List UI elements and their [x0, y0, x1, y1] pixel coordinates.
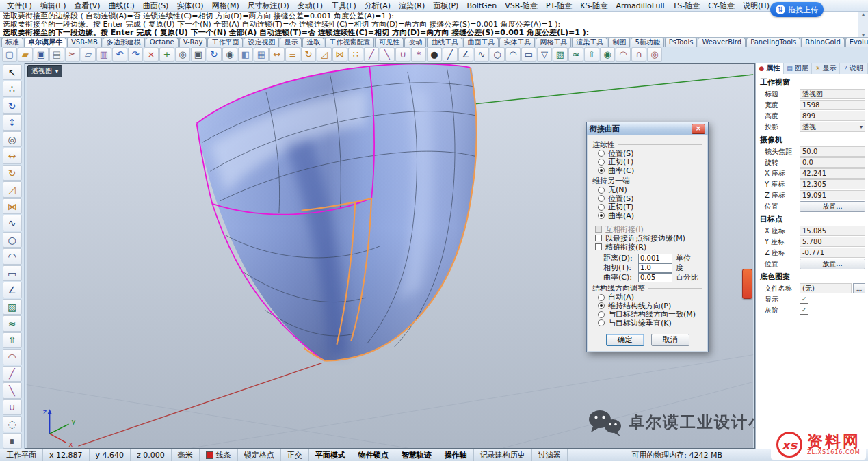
other-end-radio-option[interactable]: 曲率(A): [592, 211, 702, 220]
toolbar-tab[interactable]: 渲染工具: [572, 38, 607, 47]
polyline-button[interactable]: ∠: [3, 282, 22, 298]
surface-button[interactable]: ▨: [553, 47, 568, 62]
menu-item[interactable]: 变动(T): [293, 1, 327, 11]
tolerance-input[interactable]: 1.0: [638, 263, 672, 273]
analyze-button[interactable]: ◎: [647, 47, 662, 62]
menu-item[interactable]: 曲线(C): [105, 1, 139, 11]
camera-x-field[interactable]: 42.241: [800, 168, 865, 179]
hide-button[interactable]: ◌: [3, 416, 22, 432]
shaded-view-button[interactable]: ◧: [238, 47, 253, 62]
circle-button[interactable]: ○: [490, 47, 505, 62]
copy-button[interactable]: ▱: [81, 47, 96, 62]
toolbar-tab[interactable]: 工作视窗配置: [325, 38, 374, 47]
target-z-field[interactable]: -0.771: [800, 248, 865, 258]
menu-item[interactable]: TS-随意: [669, 1, 705, 11]
wallpaper-filename-field[interactable]: (无): [800, 283, 852, 293]
camera-y-field[interactable]: 12.305: [800, 179, 865, 189]
toolbar-tab[interactable]: Octane: [146, 38, 179, 47]
point-button[interactable]: ●: [427, 47, 442, 62]
paste-button[interactable]: ▥: [96, 47, 111, 62]
trim-button[interactable]: ╱: [364, 47, 379, 62]
pan-view-button[interactable]: +: [159, 47, 174, 62]
toolbar-tab[interactable]: PsTools: [665, 38, 698, 47]
checkbox-option[interactable]: 精确衔接(R): [592, 243, 702, 252]
rotate-button[interactable]: ↻: [3, 165, 22, 181]
toolbar-tab[interactable]: 实体工具: [499, 38, 535, 47]
layer-pane[interactable]: 线条: [200, 449, 238, 461]
toolbar-tab[interactable]: 卓尔谟犀牛: [24, 38, 66, 47]
toolbar-tab[interactable]: VSR-MB: [67, 38, 102, 47]
tolerance-input[interactable]: 0.05: [638, 273, 672, 282]
toggle-smarttrack[interactable]: 智慧轨迹: [395, 449, 438, 461]
curve-button[interactable]: ∿: [3, 215, 22, 230]
scale-button[interactable]: ◿: [3, 181, 22, 197]
zoom-extents-button[interactable]: ▣: [191, 47, 206, 62]
command-area[interactable]: 选取要衔接至的边缘段 ( 自动连锁(A)=否 连锁连续性(C)=相切 方向(D)…: [0, 12, 868, 38]
fillet-button[interactable]: ◠: [616, 47, 631, 62]
split-button[interactable]: ╲: [3, 382, 22, 398]
toolbar-tab[interactable]: 设定视图: [244, 38, 279, 47]
menu-item[interactable]: KS-随意: [576, 1, 611, 11]
toolbar-tab[interactable]: PanelingTools: [746, 38, 800, 47]
target-y-field[interactable]: 5.780: [800, 237, 865, 247]
extrude-button[interactable]: ⇧: [584, 47, 599, 62]
toolbar-tab[interactable]: 曲线工具: [427, 38, 462, 47]
pan-button[interactable]: ↕: [3, 114, 22, 130]
tab-layers[interactable]: ▤ 图层: [784, 63, 812, 74]
toolbar-tab[interactable]: 曲面工具: [463, 38, 499, 47]
cancel-button[interactable]: 取消: [651, 334, 689, 346]
move-button[interactable]: ↔: [269, 47, 285, 62]
loft-button[interactable]: ≈: [3, 315, 22, 331]
rotate-view-button[interactable]: ↻: [207, 47, 222, 62]
ok-button[interactable]: 确定: [606, 334, 644, 346]
dialog-close-button[interactable]: ×: [692, 124, 705, 134]
menu-item[interactable]: 渲染(R): [395, 1, 429, 11]
cut-button[interactable]: ✂: [65, 47, 80, 62]
menu-item[interactable]: 编辑(E): [36, 1, 70, 11]
toolbar-tab[interactable]: 制图: [608, 38, 630, 47]
menu-item[interactable]: VSR-随意: [501, 1, 542, 11]
menu-item[interactable]: 尺寸标注(D): [244, 1, 293, 11]
tab-display[interactable]: ☀ 显示: [812, 63, 840, 74]
arc-button[interactable]: ◠: [505, 47, 521, 62]
rotation-field[interactable]: 0.0: [800, 157, 865, 168]
viewport-title[interactable]: 透视图 ▾: [27, 65, 62, 77]
move-button[interactable]: ↔: [3, 148, 22, 163]
menu-item[interactable]: PT-随意: [542, 1, 576, 11]
target-x-field[interactable]: 15.085: [800, 226, 865, 236]
menu-item[interactable]: 文件(F): [3, 1, 36, 11]
trim-button[interactable]: ╱: [3, 366, 22, 382]
delete-button[interactable]: ×: [144, 47, 159, 62]
split-button[interactable]: ╲: [380, 47, 395, 62]
save-button[interactable]: ▣: [34, 47, 49, 62]
toolbar-tab[interactable]: WeaverBird: [698, 38, 746, 47]
toolbar-tab[interactable]: 网格工具: [536, 38, 571, 47]
upload-button[interactable]: ⇅ 拖拽上传: [770, 2, 824, 17]
tab-properties[interactable]: ● 属性: [756, 63, 784, 74]
toggle-grid-snap[interactable]: 锁定格点: [238, 449, 281, 461]
toggle-record-history[interactable]: 记录建构历史: [474, 449, 532, 461]
menu-item[interactable]: CY-随意: [704, 1, 739, 11]
viewport-title-field[interactable]: 透视图: [800, 89, 865, 99]
toolbar-tab[interactable]: EvolutePro: [845, 38, 868, 47]
select-points-button[interactable]: ∴: [3, 81, 22, 96]
browse-button[interactable]: ...: [853, 283, 865, 293]
toolbar-tab[interactable]: RhinoGold: [801, 38, 845, 47]
toggle-gumball[interactable]: 操作轴: [438, 449, 474, 461]
rectangle-button[interactable]: ▭: [3, 265, 22, 281]
toggle-osnap[interactable]: 物件锁点: [352, 449, 395, 461]
open-file-button[interactable]: ▰: [18, 47, 33, 62]
rotate-button[interactable]: ↻: [301, 47, 316, 62]
toggle-planar-mode[interactable]: 平面模式: [309, 449, 352, 461]
camera-z-field[interactable]: 19.091: [800, 190, 865, 200]
menu-item[interactable]: 说明(H): [739, 1, 774, 11]
line-button[interactable]: ╱: [443, 47, 458, 62]
mirror-button[interactable]: ⋈: [332, 47, 347, 62]
surface-button[interactable]: ▨: [3, 299, 22, 315]
menu-item[interactable]: 网格(M): [208, 1, 244, 11]
circle-button[interactable]: ○: [3, 232, 22, 248]
array-button[interactable]: ∷: [348, 47, 363, 62]
mirror-button[interactable]: ⋈: [3, 198, 22, 214]
menu-item[interactable]: 曲面(S): [139, 1, 173, 11]
tolerance-input[interactable]: 0.001: [638, 254, 672, 263]
